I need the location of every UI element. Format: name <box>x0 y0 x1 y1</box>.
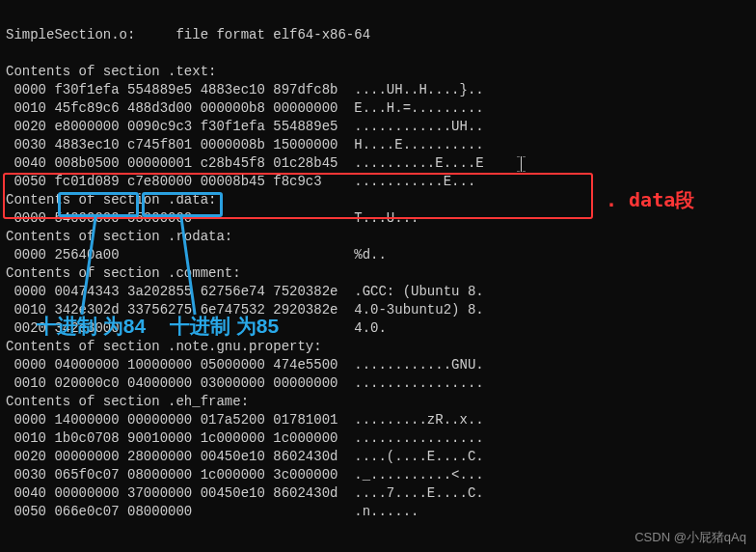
section-text-title: Contents of section .text: <box>6 64 216 79</box>
hex-row: 0040 00000000 37000000 00450e10 8602430d… <box>6 485 484 501</box>
hex-row: 0030 4883ec10 c745f801 0000008b 15000000… <box>6 137 484 152</box>
terminal-output: SimpleSection.o: file format elf64-x86-6… <box>0 0 756 529</box>
hex-row: 0020 00000000 28000000 00450e10 8602430d… <box>6 449 484 464</box>
watermark: CSDN @小屁猪qAq <box>634 528 746 546</box>
hex-row: 0010 45fc89c6 488d3d00 000000b8 00000000… <box>6 100 484 116</box>
hex-row: 0000 f30f1efa 554889e5 4883ec10 897dfc8b… <box>6 82 484 97</box>
hex-row: 0000 25640a00 %d.. <box>6 247 387 262</box>
section-comment-title: Contents of section .comment: <box>6 265 241 281</box>
hex-row: 0020 342e3000 4.0. <box>6 320 387 336</box>
hex-row: 0000 54000000 55000000 T...U... <box>6 210 418 226</box>
section-rodata-title: Contents of section .rodata: <box>6 229 232 244</box>
hex-row: 0030 065f0c07 08000000 1c000000 3c000000… <box>6 467 484 483</box>
hex-row: 0040 008b0500 00000001 c28b45f8 01c28b45… <box>6 155 484 171</box>
hex-row: 0010 1b0c0708 90010000 1c000000 1c000000… <box>6 430 484 446</box>
hex-row: 0050 066e0c07 08000000 .n...... <box>6 504 418 519</box>
file-header: SimpleSection.o: file format elf64-x86-6… <box>6 27 370 42</box>
section-ehframe-title: Contents of section .eh_frame: <box>6 394 249 409</box>
section-property-title: Contents of section .note.gnu.property: <box>6 339 322 354</box>
hex-row: 0020 e8000000 0090c9c3 f30f1efa 554889e5… <box>6 119 484 134</box>
hex-row: 0050 fc01d089 c7e80000 00008b45 f8c9c3 .… <box>6 174 475 189</box>
section-data-title: Contents of section .data: <box>6 192 216 207</box>
hex-row: 0010 020000c0 04000000 03000000 00000000… <box>6 375 484 391</box>
hex-row: 0010 342e302d 33756275 6e747532 2920382e… <box>6 302 484 317</box>
hex-row: 0000 14000000 00000000 017a5200 01781001… <box>6 412 484 428</box>
hex-row: 0000 04000000 10000000 05000000 474e5500… <box>6 357 484 373</box>
hex-row: 0000 00474343 3a202855 62756e74 7520382e… <box>6 284 484 299</box>
